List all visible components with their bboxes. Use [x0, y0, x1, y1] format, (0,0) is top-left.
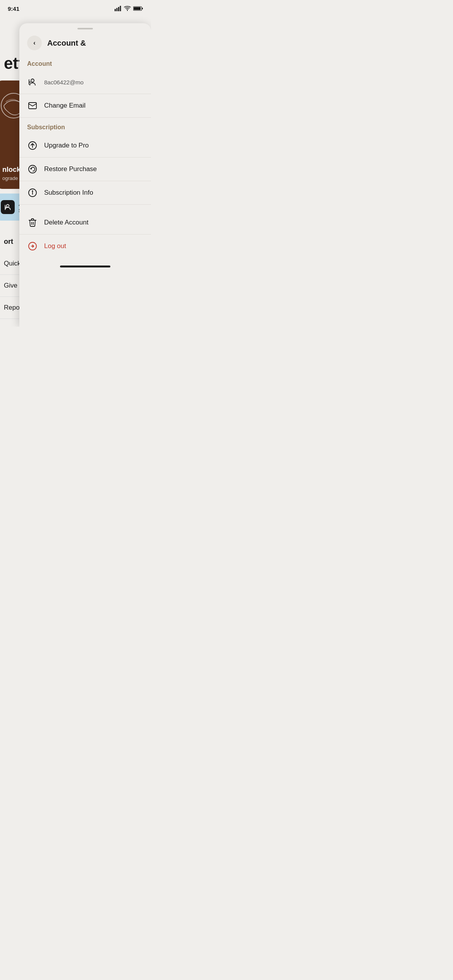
svg-point-21	[29, 165, 36, 173]
sheet-header: ‹ Account &	[19, 29, 151, 54]
restore-text: Restore Purchase	[44, 165, 97, 173]
account-nav-icon	[1, 200, 15, 214]
svg-rect-0	[115, 9, 116, 11]
svg-rect-6	[134, 7, 141, 10]
account-sheet: ‹ Account & Account 8ac06422@mo Change E…	[19, 23, 151, 327]
logout-text: Log out	[44, 242, 66, 250]
svg-rect-2	[118, 7, 119, 11]
svg-point-16	[31, 79, 34, 82]
home-indicator	[60, 266, 110, 267]
battery-icon	[133, 6, 143, 11]
upgrade-row[interactable]: Upgrade to Pro	[19, 134, 151, 158]
subscription-info-row[interactable]: Subscription Info	[19, 181, 151, 205]
restore-icon	[27, 164, 38, 175]
signal-icon	[115, 6, 122, 11]
email-icon	[27, 100, 38, 111]
status-icons	[115, 6, 143, 11]
email-row[interactable]: 8ac06422@mo	[19, 70, 151, 94]
restore-row[interactable]: Restore Purchase	[19, 158, 151, 181]
svg-rect-1	[117, 8, 118, 12]
svg-point-24	[32, 191, 33, 192]
delete-account-row[interactable]: Delete Account	[19, 211, 151, 235]
svg-point-4	[127, 10, 128, 11]
status-time: 9:41	[8, 5, 19, 12]
change-email-row[interactable]: Change Email	[19, 94, 151, 118]
svg-rect-3	[120, 6, 121, 11]
svg-point-13	[7, 204, 9, 207]
email-text: 8ac06422@mo	[44, 79, 84, 86]
info-icon	[27, 187, 38, 198]
back-button[interactable]: ‹	[27, 36, 42, 50]
upgrade-icon	[27, 140, 38, 151]
back-chevron-icon: ‹	[33, 40, 35, 46]
status-bar: 9:41	[0, 0, 151, 17]
subscription-section-label: Subscription	[19, 118, 151, 134]
account-section-label: Account	[19, 54, 151, 70]
trash-icon	[27, 217, 38, 228]
change-email-text: Change Email	[44, 102, 86, 110]
user-icon	[27, 77, 38, 87]
logout-icon	[27, 241, 38, 252]
svg-rect-7	[142, 8, 143, 9]
subscription-info-text: Subscription Info	[44, 189, 93, 197]
upgrade-text: Upgrade to Pro	[44, 142, 89, 149]
wifi-icon	[124, 6, 131, 11]
delete-account-text: Delete Account	[44, 219, 88, 226]
sheet-title: Account &	[47, 39, 86, 48]
logout-row[interactable]: Log out	[19, 235, 151, 258]
